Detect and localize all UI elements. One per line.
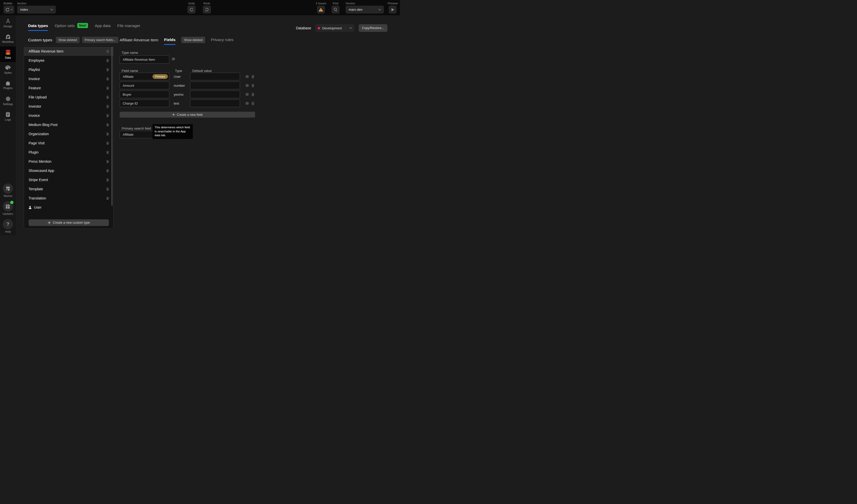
trash-icon[interactable] <box>106 187 109 191</box>
copy-restore-button[interactable]: Copy/Restore... <box>358 24 387 32</box>
user-icon <box>29 206 32 209</box>
default-value-input[interactable] <box>190 90 240 98</box>
tab-privacy-rules[interactable]: Privacy rules <box>211 37 234 43</box>
comment-icon[interactable] <box>246 102 249 105</box>
sidebar-item-help[interactable]: ? Help <box>3 219 13 233</box>
trash-icon[interactable] <box>251 84 254 87</box>
custom-type-row[interactable]: Invoice <box>24 111 113 120</box>
trash-icon[interactable] <box>106 123 109 127</box>
workflow-icon <box>5 34 11 39</box>
bubble-refresh-sparkle-icon <box>5 7 10 12</box>
custom-type-row[interactable]: Showcased App <box>24 166 113 175</box>
custom-type-row[interactable]: User <box>24 203 113 212</box>
custom-type-row[interactable]: Page Visit <box>24 138 113 148</box>
field-name-input[interactable]: Affiliate Primary <box>120 73 169 80</box>
show-deleted-fields-button[interactable]: Show deleted <box>181 37 205 43</box>
comment-icon[interactable] <box>246 84 249 87</box>
trash-icon[interactable] <box>106 141 109 145</box>
comment-icon[interactable] <box>246 93 249 96</box>
comment-icon[interactable] <box>172 57 175 61</box>
find-button[interactable] <box>332 5 339 14</box>
field-name-input[interactable]: Amount <box>120 82 169 89</box>
custom-type-row[interactable]: Template <box>24 184 113 194</box>
primary-search-fields-button[interactable]: Primary search fields... <box>82 37 118 43</box>
custom-type-row[interactable]: Invoice <box>24 74 113 83</box>
trash-icon[interactable] <box>106 132 109 136</box>
environment-dropdown[interactable]: Development <box>315 24 354 32</box>
trash-icon[interactable] <box>251 75 254 78</box>
custom-type-row[interactable]: Investor <box>24 102 113 111</box>
trash-icon[interactable] <box>251 93 254 96</box>
version-dropdown[interactable]: marc-dev <box>346 5 384 14</box>
section-dropdown[interactable]: index <box>17 5 56 14</box>
storefront-icon <box>3 183 13 194</box>
custom-type-row[interactable]: File Upload <box>24 93 113 102</box>
sidebar-item-data[interactable]: Data <box>0 46 16 62</box>
question-icon: ? <box>3 219 13 229</box>
show-deleted-button[interactable]: Show deleted <box>56 37 80 43</box>
custom-type-row[interactable]: Press Mention <box>24 157 113 166</box>
custom-types-header: Custom types Show deleted Primary search… <box>28 37 118 43</box>
trash-icon[interactable] <box>106 77 109 81</box>
trash-icon[interactable] <box>251 101 254 105</box>
list-scrollbar[interactable] <box>112 47 113 206</box>
sidebar-item-logs[interactable]: Logs <box>0 109 16 124</box>
tab-app-data[interactable]: App data <box>95 23 111 31</box>
trash-icon[interactable] <box>106 105 109 108</box>
redo-button[interactable] <box>203 5 211 14</box>
custom-type-label: Translation <box>29 196 46 200</box>
default-value-input[interactable] <box>190 73 240 80</box>
custom-type-row[interactable]: Employee <box>24 56 113 65</box>
play-icon <box>391 8 394 12</box>
sidebar-item-market[interactable]: Market <box>3 183 13 197</box>
sidebar-item-label: Plugins <box>3 86 13 89</box>
custom-type-row[interactable]: Feature <box>24 83 113 93</box>
custom-type-row[interactable]: Medium Blog Post <box>24 120 113 129</box>
default-value-input[interactable] <box>190 99 240 107</box>
sidebar: Design Workflow Data Styles Plugins Sett… <box>0 15 16 235</box>
type-name-input[interactable] <box>120 55 169 64</box>
issues-button[interactable] <box>317 5 325 14</box>
custom-type-row[interactable]: Affiliate Revenue Item <box>24 47 113 56</box>
sidebar-item-settings[interactable]: Settings <box>0 93 16 109</box>
comment-icon[interactable] <box>246 75 249 78</box>
sidebar-item-design[interactable]: Design <box>0 15 16 31</box>
field-name-input[interactable]: Buyer <box>120 90 169 98</box>
default-value-input[interactable] <box>190 82 240 89</box>
custom-type-row[interactable]: Stripe Event <box>24 175 113 184</box>
bubble-menu-button[interactable] <box>3 5 14 14</box>
trash-icon[interactable] <box>106 114 109 117</box>
plus-icon <box>48 221 51 224</box>
trash-icon[interactable] <box>106 169 109 172</box>
trash-icon[interactable] <box>106 150 109 154</box>
trash-icon[interactable] <box>106 68 109 71</box>
field-type: number <box>174 84 190 87</box>
create-custom-type-button[interactable]: Create a new custom type <box>29 219 109 226</box>
field-name-input[interactable]: Charge ID <box>120 99 169 107</box>
custom-type-label: Investor <box>29 104 41 108</box>
issues-group: 2 Issues <box>316 2 326 14</box>
undo-button[interactable] <box>187 5 196 14</box>
database-label: Database <box>296 26 311 30</box>
trash-icon[interactable] <box>106 160 109 163</box>
sidebar-item-styles[interactable]: Styles <box>0 62 16 78</box>
sidebar-item-workflow[interactable]: Workflow <box>0 31 16 46</box>
trash-icon[interactable] <box>106 58 109 62</box>
custom-type-row[interactable]: Translation <box>24 194 113 203</box>
trash-icon[interactable] <box>106 86 109 90</box>
custom-type-row[interactable]: Playlist <box>24 65 113 74</box>
custom-type-row[interactable]: Organization <box>24 129 113 138</box>
trash-icon[interactable] <box>106 95 109 99</box>
tab-fields[interactable]: Fields <box>164 37 175 43</box>
trash-icon[interactable] <box>106 50 109 53</box>
tab-file-manager[interactable]: File manager <box>117 23 140 31</box>
custom-type-row[interactable]: Plugin <box>24 148 113 157</box>
tab-data-types[interactable]: Data types <box>28 23 48 31</box>
sidebar-item-updates[interactable]: Updates <box>3 201 13 215</box>
sidebar-item-plugins[interactable]: Plugins <box>0 78 16 93</box>
trash-icon[interactable] <box>106 178 109 182</box>
create-field-button[interactable]: Create a new field <box>120 112 255 118</box>
trash-icon[interactable] <box>106 197 109 200</box>
tab-option-sets[interactable]: Option sets New! <box>54 23 88 31</box>
preview-button[interactable] <box>389 5 397 14</box>
